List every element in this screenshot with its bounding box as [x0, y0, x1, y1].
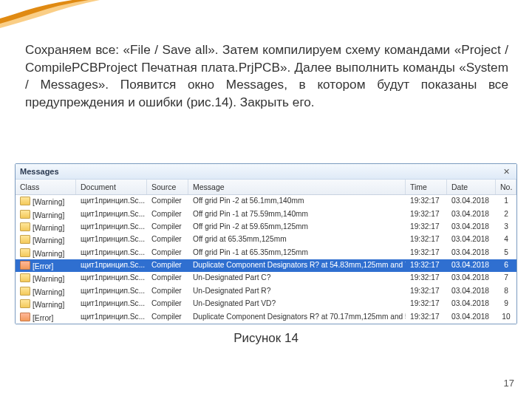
window-titlebar: Messages ✕ [16, 164, 516, 180]
col-source: Source [147, 180, 188, 194]
table-row[interactable]: [Warning]щит1принцип.Sc...CompilerUn-Des… [16, 272, 516, 284]
table-body: [Warning]щит1принцип.Sc...CompilerOff gr… [16, 195, 516, 324]
table-row[interactable]: [Warning]щит1принцип.Sc...CompilerOff gr… [16, 247, 516, 259]
decorative-swoosh [0, 0, 103, 38]
figure-caption: Рисунок 14 [0, 331, 532, 346]
table-row[interactable]: [Warning]щит1принцип.Sc...CompilerUn-Des… [16, 298, 516, 310]
close-icon[interactable]: ✕ [501, 167, 512, 177]
warning-icon [20, 235, 30, 244]
table-row[interactable]: [Warning]щит1принцип.Sc...CompilerOff gr… [16, 221, 516, 233]
warning-icon [20, 210, 30, 219]
warning-icon [20, 222, 30, 231]
table-row[interactable]: [Warning]щит1принцип.Sc...CompilerOff gr… [16, 195, 516, 208]
col-date: Date [447, 180, 496, 194]
table-row[interactable]: [Warning]щит1принцип.Sc...CompilerOff gr… [16, 233, 516, 246]
table-header: Class Document Source Message Time Date … [16, 180, 516, 195]
col-time: Time [406, 180, 447, 194]
col-message: Message [188, 180, 406, 194]
window-title: Messages [20, 167, 59, 176]
warning-icon [20, 248, 30, 257]
table-row[interactable]: [Warning]щит1принцип.Sc...CompilerUn-Des… [16, 285, 516, 298]
table-row[interactable]: [Error]щит1принцип.Sc...CompilerDuplicat… [16, 310, 516, 323]
warning-icon [20, 197, 30, 205]
col-class: Class [16, 180, 76, 194]
col-no: No. [496, 180, 516, 194]
body-paragraph: Сохраняем все: «File / Save all». Затем … [25, 41, 508, 112]
warning-icon [20, 287, 30, 296]
table-row[interactable]: [Error]щит1принцип.Sc...CompilerDuplicat… [16, 259, 516, 272]
figure-messages-window: Messages ✕ Class Document Source Message… [15, 163, 517, 324]
warning-icon [20, 273, 30, 282]
page-number: 17 [504, 378, 514, 389]
error-icon [20, 313, 30, 321]
warning-icon [20, 299, 30, 308]
error-icon [20, 261, 30, 270]
table-row[interactable]: [Warning]щит1принцип.Sc...CompilerOff gr… [16, 208, 516, 220]
col-document: Document [76, 180, 147, 194]
